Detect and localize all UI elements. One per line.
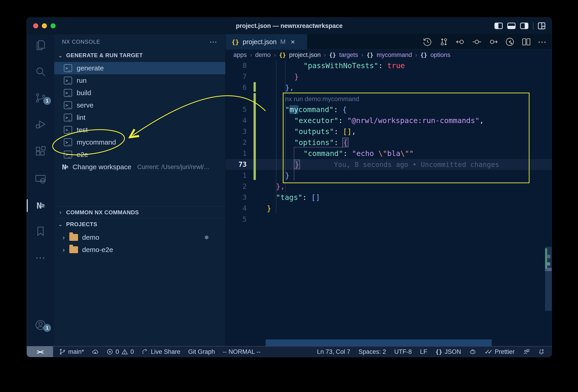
customize-layout-icon[interactable] [538,22,545,29]
file-heatmap-icon[interactable] [505,37,515,47]
chevron-down-icon: ⌄ [57,52,63,59]
cursor-position-item[interactable]: Ln 73, Col 7 [317,348,350,355]
horizontal-scrollbar[interactable] [266,339,492,346]
change-workspace-item[interactable]: N≥ Change workspace Current: /Users/juri… [54,161,225,173]
run-debug-icon[interactable] [27,117,54,131]
section-generate-run-target[interactable]: ⌄ GENERATE & RUN TARGET [54,50,225,61]
copilot-icon [469,348,476,355]
git-graph-item[interactable]: Git Graph [188,348,215,355]
toggle-secondary-sidebar-icon[interactable] [520,23,528,29]
indentation-item[interactable]: Spaces: 2 [359,348,386,355]
feedback-icon [523,348,530,355]
extensions-icon[interactable] [27,144,54,159]
code-line[interactable]: 3"tags": [] [226,192,552,203]
git-branch-item[interactable]: main* [59,348,84,355]
json-file-icon: {} [232,39,239,45]
target-item-e2e[interactable]: >_ e2e [54,148,225,161]
line-number: 1 [226,148,260,159]
branch-icon [59,348,66,355]
project-status-dot [205,236,208,239]
explorer-icon[interactable] [27,38,54,53]
errors-icon [106,348,113,355]
section-common-nx-commands[interactable]: › COMMON NX COMMANDS [54,207,225,218]
sync-changes-item[interactable] [92,348,99,355]
line-number: 6 [226,82,260,93]
line-number: 5 [226,104,260,115]
toggle-panel-icon[interactable] [507,23,516,29]
timeline-history-icon[interactable] [422,37,433,47]
language-mode-item[interactable]: {} JSON [435,348,461,355]
feedback-item[interactable] [523,348,530,355]
target-item-run[interactable]: >_ run [54,74,225,87]
line-number: 73 [226,159,260,170]
code-line[interactable]: 7} [226,71,552,82]
nx-console-sidebar: NX CONSOLE ⋯ ⌄ GENERATE & RUN TARGET >_ … [54,34,226,347]
breadcrumb-targets[interactable]: targets [339,51,358,59]
target-item-mycommand[interactable]: >_ mycommand [54,136,225,148]
code-line[interactable]: 6}, [226,82,552,93]
previous-change-icon[interactable] [455,37,465,47]
notifications-item[interactable] [538,348,545,355]
views-more-actions-icon[interactable]: ⋯ [209,40,218,44]
modified-indicator: M [280,38,286,45]
editor-group: {} project.json M × ⋯ apps › demo › {} [226,34,552,347]
search-icon[interactable] [27,64,54,79]
breadcrumb-options[interactable]: options [431,51,450,59]
annotation-highlight-box [283,93,530,183]
additional-views-icon[interactable]: ⋯ [27,250,54,265]
breadcrumb-project-json[interactable]: project.json [289,51,321,59]
overview-ruler-selection-mark [545,268,552,271]
remote-indicator[interactable]: >< [27,346,53,357]
tab-project-json[interactable]: {} project.json M × [226,34,307,50]
json-braces-icon: {} [435,348,442,355]
project-item-demo-e2e[interactable]: › demo-e2e [54,244,225,256]
account-icon[interactable]: 1 [27,318,54,332]
overview-ruler-mark [547,255,550,258]
breadcrumbs: apps › demo › {} project.json › {} targe… [226,50,552,60]
line-number: 2 [226,181,260,192]
target-item-build[interactable]: >_ build [54,87,225,99]
eol-item[interactable]: LF [420,348,427,355]
encoding-item[interactable]: UTF-8 [394,348,412,355]
terminal-icon: >_ [64,89,72,97]
breadcrumb-mycommand[interactable]: mycommand [377,51,412,59]
target-item-generate[interactable]: >_ generate [54,62,225,74]
line-number: 7 [226,71,260,82]
breadcrumb-apps[interactable]: apps [233,51,247,59]
compare-changes-icon[interactable] [439,37,449,47]
live-share-item[interactable]: Live Share [142,348,180,355]
cloud-upload-icon [92,348,99,355]
close-tab-icon[interactable]: × [290,38,295,46]
code-line[interactable]: 8"passWithNoTests": true [226,60,552,71]
title-bar[interactable]: project.json — newnxreactwrkspace [27,18,552,34]
next-change-icon[interactable] [488,37,498,47]
change-icon[interactable] [472,37,482,47]
chevron-right-icon: › [57,209,63,216]
problems-item[interactable]: 0 0 [106,348,134,355]
bookmarks-icon[interactable] [27,224,54,239]
prettier-item[interactable]: ✓✓ Prettier [484,348,515,356]
source-control-icon[interactable]: 1 [27,90,54,105]
overview-ruler-mark [547,262,550,265]
split-editor-icon[interactable] [521,37,531,47]
target-item-test[interactable]: >_ test [54,124,225,136]
line-number: 4 [226,115,260,126]
layout-controls [494,18,545,34]
vim-mode-indicator[interactable]: -- NORMAL -- [223,348,260,355]
nx-console-icon[interactable]: N≥ [27,198,54,213]
chevron-right-icon: › [60,233,67,241]
window-title: project.json — newnxreactwrkspace [27,18,552,34]
remote-explorer-icon[interactable] [27,172,54,186]
copilot-item[interactable] [469,348,476,355]
target-item-lint[interactable]: >_ lint [54,111,225,124]
project-item-demo[interactable]: › demo [54,231,225,244]
code-line[interactable]: 4} [226,203,552,214]
breadcrumb-demo[interactable]: demo [255,51,271,59]
code-token: [] [311,193,320,202]
json-braces-icon: {} [279,52,286,58]
toggle-primary-sidebar-icon[interactable] [494,23,503,29]
target-item-serve[interactable]: >_ serve [54,99,225,111]
more-actions-icon[interactable]: ⋯ [538,37,547,47]
section-projects[interactable]: ⌄ PROJECTS [54,218,225,230]
code-line[interactable]: 5 [226,214,552,225]
